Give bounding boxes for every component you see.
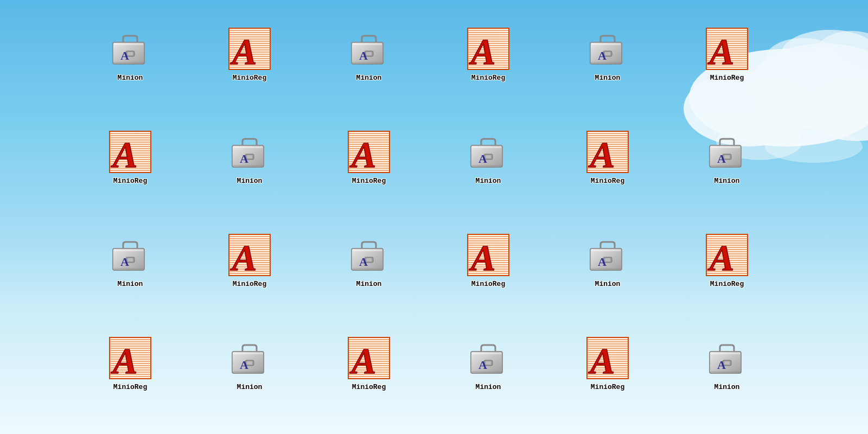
- minion-icon-item[interactable]: A Minion: [190, 125, 309, 228]
- svg-text:A: A: [707, 31, 734, 71]
- font-icon: A: [228, 27, 271, 71]
- minion-icon-item[interactable]: A Minion: [309, 228, 429, 331]
- svg-rect-177: [114, 250, 143, 251]
- briefcase-icon: A: [705, 130, 749, 174]
- minion-icon-item[interactable]: A Minion: [309, 22, 429, 125]
- icon-label: Minion: [118, 280, 143, 288]
- svg-text:A: A: [230, 237, 257, 277]
- icon-label: Minion: [714, 383, 740, 391]
- briefcase-icon: A: [108, 233, 152, 277]
- icon-label: Minion: [714, 177, 740, 185]
- svg-rect-278: [233, 353, 263, 354]
- svg-rect-231: [591, 250, 621, 251]
- minioreg-icon-item[interactable]: A MinioReg: [71, 125, 190, 228]
- svg-text:A: A: [240, 152, 248, 165]
- briefcase-icon: A: [467, 336, 510, 380]
- svg-rect-143: [472, 146, 501, 148]
- svg-rect-170: [711, 146, 740, 148]
- icon-label: MinioReg: [233, 74, 266, 82]
- icon-label: MinioReg: [471, 280, 505, 288]
- icon-label: MinioReg: [352, 383, 386, 391]
- icon-label: Minion: [356, 74, 382, 82]
- svg-text:A: A: [717, 152, 726, 165]
- minion-icon-item[interactable]: A Minion: [548, 22, 667, 125]
- svg-rect-332: [711, 353, 740, 354]
- svg-text:A: A: [478, 152, 487, 165]
- svg-rect-116: [233, 146, 263, 148]
- briefcase-icon: A: [228, 336, 271, 380]
- minion-icon-item[interactable]: A Minion: [71, 22, 190, 125]
- svg-text:A: A: [230, 31, 257, 71]
- font-icon: A: [586, 336, 629, 380]
- svg-rect-204: [353, 250, 382, 251]
- icon-label: Minion: [356, 280, 382, 288]
- minioreg-icon-item[interactable]: A MinioReg: [548, 125, 667, 228]
- font-icon: A: [467, 27, 510, 71]
- minion-icon-item[interactable]: A Minion: [71, 228, 190, 331]
- briefcase-icon: A: [228, 130, 271, 174]
- minion-icon-item[interactable]: A Minion: [190, 331, 309, 434]
- svg-rect-15: [114, 43, 143, 45]
- svg-text:A: A: [120, 49, 129, 62]
- minioreg-icon-item[interactable]: A MinioReg: [71, 331, 190, 434]
- minion-icon-item[interactable]: A Minion: [429, 331, 548, 434]
- briefcase-icon: A: [347, 233, 391, 277]
- icon-label: MinioReg: [113, 383, 147, 391]
- icon-label: MinioReg: [471, 74, 505, 82]
- font-icon: A: [228, 233, 271, 277]
- icon-label: Minion: [476, 383, 501, 391]
- svg-rect-42: [353, 43, 382, 45]
- font-icon: A: [467, 233, 510, 277]
- svg-text:A: A: [588, 134, 615, 174]
- svg-point-4: [781, 30, 868, 79]
- svg-rect-304: [471, 371, 502, 373]
- briefcase-icon: A: [586, 233, 629, 277]
- icon-label: Minion: [595, 280, 621, 288]
- minion-icon-item[interactable]: A Minion: [667, 125, 787, 228]
- minioreg-icon-item[interactable]: A MinioReg: [667, 228, 787, 331]
- font-icon: A: [108, 336, 152, 380]
- svg-text:A: A: [120, 255, 129, 269]
- svg-text:A: A: [359, 255, 368, 269]
- minioreg-icon-item[interactable]: A MinioReg: [190, 228, 309, 331]
- svg-rect-142: [471, 165, 502, 167]
- svg-rect-68: [590, 62, 622, 64]
- svg-rect-41: [352, 62, 383, 64]
- minion-icon-item[interactable]: A Minion: [667, 331, 787, 434]
- svg-text:A: A: [349, 134, 376, 174]
- font-icon: A: [347, 130, 391, 174]
- svg-text:A: A: [598, 49, 607, 62]
- font-icon: A: [705, 27, 749, 71]
- svg-rect-169: [710, 165, 741, 167]
- minioreg-icon-item[interactable]: A MinioReg: [190, 22, 309, 125]
- svg-text:A: A: [469, 237, 495, 277]
- minion-icon-item[interactable]: A Minion: [429, 125, 548, 228]
- svg-rect-176: [113, 268, 144, 270]
- icon-grid: A Minion A MinioReg: [71, 22, 787, 434]
- briefcase-icon: A: [108, 27, 152, 71]
- icon-label: MinioReg: [113, 177, 147, 185]
- svg-text:A: A: [478, 358, 487, 372]
- minioreg-icon-item[interactable]: A MinioReg: [309, 125, 429, 228]
- icon-label: Minion: [237, 177, 263, 185]
- icon-label: MinioReg: [591, 177, 624, 185]
- briefcase-icon: A: [705, 336, 749, 380]
- svg-text:A: A: [240, 358, 248, 372]
- minioreg-icon-item[interactable]: A MinioReg: [548, 331, 667, 434]
- minioreg-icon-item[interactable]: A MinioReg: [429, 22, 548, 125]
- minioreg-icon-item[interactable]: A MinioReg: [309, 331, 429, 434]
- icon-label: MinioReg: [591, 383, 624, 391]
- minion-icon-item[interactable]: A Minion: [548, 228, 667, 331]
- icon-label: Minion: [237, 383, 263, 391]
- svg-text:A: A: [359, 49, 368, 62]
- minioreg-icon-item[interactable]: A MinioReg: [429, 228, 548, 331]
- svg-text:A: A: [469, 31, 495, 71]
- svg-text:A: A: [598, 255, 607, 269]
- icon-label: Minion: [118, 74, 143, 82]
- font-icon: A: [586, 130, 629, 174]
- briefcase-icon: A: [467, 130, 510, 174]
- briefcase-icon: A: [347, 27, 391, 71]
- minioreg-icon-item[interactable]: A MinioReg: [667, 22, 787, 125]
- svg-rect-69: [591, 43, 621, 45]
- svg-text:A: A: [588, 340, 615, 380]
